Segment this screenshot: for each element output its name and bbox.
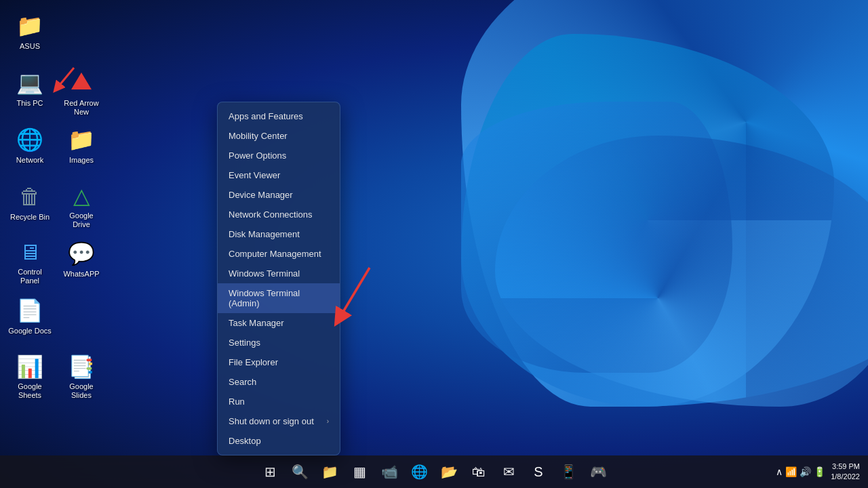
icon-image: 📊 xyxy=(16,354,43,380)
taskbar-icon-start[interactable]: ⊞ xyxy=(256,458,283,485)
clock-date: 1/8/2022 xyxy=(831,472,860,482)
menu-item-label: Device Manager xyxy=(229,190,293,200)
menu-item-label: Desktop xyxy=(229,436,261,446)
taskbar-icon-snap[interactable]: ▦ xyxy=(346,458,373,485)
desktop-icon-network[interactable]: 🌐 Network xyxy=(5,122,54,174)
context-menu-item-task-manager[interactable]: Task Manager xyxy=(218,313,340,333)
taskbar-icon-skype[interactable]: S xyxy=(525,458,552,485)
desktop-icon-redarrownew[interactable]: Red Arrow New xyxy=(57,65,106,117)
taskbar-icon-store[interactable]: 🛍 xyxy=(465,458,492,485)
icon-label: Google Slides xyxy=(60,382,103,400)
menu-item-label: Settings xyxy=(229,338,260,348)
icon-label: Control Panel xyxy=(8,268,52,285)
desktop-icon-recycle[interactable]: 🗑 Recycle Bin xyxy=(5,179,54,230)
icon-label: Images xyxy=(69,156,94,165)
context-menu-item-computer-management[interactable]: Computer Management xyxy=(218,244,340,264)
menu-item-label: Power Options xyxy=(229,150,286,161)
icon-label: ASUS xyxy=(20,42,40,51)
menu-item-label: Disk Management xyxy=(229,229,300,239)
desktop-icon-whatsapp[interactable]: 💬 WhatsAPP xyxy=(57,236,106,287)
context-menu-item-run[interactable]: Run xyxy=(218,392,340,411)
context-menu-item-apps-features[interactable]: Apps and Features xyxy=(218,106,340,126)
clock-time: 3:59 PM xyxy=(831,462,860,472)
icon-image: 🗑 xyxy=(16,183,43,210)
icon-image: 📁 xyxy=(16,12,43,39)
icon-image: 💬 xyxy=(68,240,95,267)
context-menu-item-event-viewer[interactable]: Event Viewer xyxy=(218,165,340,185)
taskbar-icon-file-explorer[interactable]: 📁 xyxy=(316,458,343,485)
chevron-up-icon[interactable]: ∧ xyxy=(776,466,783,477)
icon-image: △ xyxy=(68,183,95,209)
icon-image: 🌐 xyxy=(16,126,43,153)
context-menu-item-disk-management[interactable]: Disk Management xyxy=(218,224,340,244)
desktop-icon-asus[interactable]: 📁 ASUS xyxy=(5,8,54,60)
icon-label: This PC xyxy=(16,99,43,108)
menu-item-label: Search xyxy=(229,377,256,387)
taskbar-clock[interactable]: 3:59 PM 1/8/2022 xyxy=(831,462,860,483)
icon-image: 💻 xyxy=(16,69,43,96)
desktop: 📁 ASUS 💻 This PC Red Arrow New 🌐 Network… xyxy=(0,0,868,455)
context-menu-item-windows-terminal[interactable]: Windows Terminal xyxy=(218,264,340,283)
context-menu-item-settings[interactable]: Settings xyxy=(218,333,340,352)
icon-image xyxy=(68,69,95,96)
system-tray-icons: ∧ 📶 🔊 🔋 xyxy=(776,466,825,477)
icon-label: Google Drive xyxy=(60,211,103,229)
icon-label: Google Sheets xyxy=(8,382,52,400)
volume-icon[interactable]: 🔊 xyxy=(800,466,811,477)
battery-icon[interactable]: 🔋 xyxy=(814,466,825,477)
context-menu: Apps and Features Mobility Center Power … xyxy=(217,102,340,455)
icon-image: 📑 xyxy=(68,354,95,380)
icon-image: 🖥 xyxy=(16,240,43,265)
menu-item-label: Windows Terminal (Admin) xyxy=(229,288,329,308)
submenu-arrow-icon: › xyxy=(327,418,329,425)
menu-item-label: File Explorer xyxy=(229,357,278,367)
desktop-icon-controlpanel[interactable]: 🖥 Control Panel xyxy=(5,236,54,287)
context-menu-item-mobility-center[interactable]: Mobility Center xyxy=(218,126,340,146)
context-menu-item-device-manager[interactable]: Device Manager xyxy=(218,185,340,205)
taskbar-icon-whatsapp-taskbar[interactable]: 📱 xyxy=(555,458,582,485)
menu-item-label: Apps and Features xyxy=(229,111,303,121)
menu-item-label: Run xyxy=(229,396,245,407)
desktop-icon-thispc[interactable]: 💻 This PC xyxy=(5,65,54,117)
icon-label: Network xyxy=(16,156,43,165)
taskbar-icon-mail[interactable]: ✉ xyxy=(495,458,522,485)
context-menu-item-search[interactable]: Search xyxy=(218,372,340,392)
taskbar-center: ⊞🔍📁▦📹🌐📂🛍✉S📱🎮 xyxy=(256,458,612,485)
context-menu-item-desktop[interactable]: Desktop xyxy=(218,431,340,451)
menu-item-label: Windows Terminal xyxy=(229,268,300,279)
menu-item-label: Mobility Center xyxy=(229,131,288,141)
menu-item-label: Computer Management xyxy=(229,249,321,259)
context-menu-item-file-explorer[interactable]: File Explorer xyxy=(218,352,340,372)
icon-image: 📁 xyxy=(68,126,95,153)
menu-item-label: Network Connections xyxy=(229,209,313,220)
menu-item-label: Shut down or sign out xyxy=(229,416,314,426)
icon-label: Google Docs xyxy=(8,327,52,336)
icon-image: 📄 xyxy=(16,297,43,324)
wifi-icon[interactable]: 📶 xyxy=(785,466,797,477)
icon-label: Recycle Bin xyxy=(10,213,50,222)
taskbar-icon-search[interactable]: 🔍 xyxy=(286,458,313,485)
icon-label: Red Arrow New xyxy=(60,99,103,117)
desktop-icons-grid: 📁 ASUS 💻 This PC Red Arrow New 🌐 Network… xyxy=(0,0,111,412)
menu-item-label: Event Viewer xyxy=(229,170,280,180)
context-menu-item-network-connections[interactable]: Network Connections xyxy=(218,205,340,224)
context-menu-item-power-options[interactable]: Power Options xyxy=(218,146,340,165)
desktop-icon-googledocs[interactable]: 📄 Google Docs xyxy=(5,293,54,344)
desktop-icon-googlesheets[interactable]: 📊 Google Sheets xyxy=(5,350,54,401)
taskbar-icon-game[interactable]: 🎮 xyxy=(585,458,612,485)
taskbar-icon-teams[interactable]: 📹 xyxy=(376,458,403,485)
menu-item-label: Task Manager xyxy=(229,318,284,328)
taskbar-icon-edge[interactable]: 🌐 xyxy=(406,458,433,485)
desktop-icon-images[interactable]: 📁 Images xyxy=(57,122,106,174)
context-menu-item-shut-down[interactable]: Shut down or sign out › xyxy=(218,411,340,431)
desktop-icon-googledrive[interactable]: △ Google Drive xyxy=(57,179,106,230)
taskbar-right: ∧ 📶 🔊 🔋 3:59 PM 1/8/2022 xyxy=(776,462,860,483)
taskbar-icon-explorer2[interactable]: 📂 xyxy=(435,458,462,485)
desktop-icon-googleslides[interactable]: 📑 Google Slides xyxy=(57,350,106,401)
context-menu-item-windows-terminal-admin[interactable]: Windows Terminal (Admin) xyxy=(218,283,340,313)
svg-marker-0 xyxy=(71,73,92,89)
icon-label: WhatsAPP xyxy=(63,270,99,279)
taskbar: ⊞🔍📁▦📹🌐📂🛍✉S📱🎮 ∧ 📶 🔊 🔋 3:59 PM 1/8/2022 xyxy=(0,455,868,488)
